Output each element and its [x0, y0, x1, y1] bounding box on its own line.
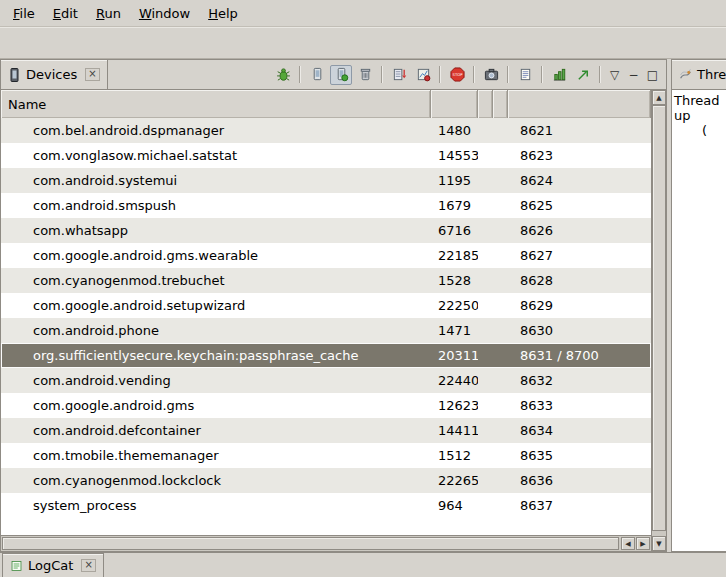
process-pid: 1512 [431, 443, 478, 468]
process-extra2 [493, 443, 508, 468]
process-extra1 [478, 443, 493, 468]
process-pid: 14411 [431, 418, 478, 443]
network-stats-icon[interactable] [548, 65, 570, 85]
process-port: 8629 [508, 293, 651, 318]
process-extra2 [493, 118, 508, 143]
process-extra2 [493, 468, 508, 493]
table-row[interactable]: com.android.defcontainer 14411 8634 [1, 418, 651, 443]
table-row[interactable]: com.android.vending 22440 8632 [1, 368, 651, 393]
table-row[interactable]: org.sufficientlysecure.keychain:passphra… [1, 343, 651, 368]
tab-logcat[interactable]: LogCat × [2, 553, 104, 577]
debug-icon[interactable] [272, 65, 294, 85]
process-extra2 [493, 493, 508, 518]
process-pid: 14553 [431, 143, 478, 168]
table-row[interactable]: com.whatsapp 6716 8626 [1, 218, 651, 243]
table-filler [1, 518, 651, 535]
process-name: com.bel.android.dspmanager [1, 118, 431, 143]
menu-window[interactable]: Window [130, 2, 199, 24]
process-pid: 22440 [431, 368, 478, 393]
process-extra1 [478, 218, 493, 243]
process-extra1 [478, 193, 493, 218]
start-tracing-icon[interactable] [572, 65, 594, 85]
menu-run[interactable]: Run [87, 2, 130, 24]
process-extra1 [478, 318, 493, 343]
vertical-scrollbar[interactable]: ▲ ▼ [651, 90, 666, 551]
process-extra2 [493, 293, 508, 318]
scroll-left-icon[interactable]: ◀ [621, 537, 635, 550]
process-name: com.android.systemui [1, 168, 431, 193]
toolbar-separator [473, 66, 475, 83]
process-extra1 [478, 393, 493, 418]
hscroll-thumb[interactable] [2, 537, 619, 550]
table-row[interactable]: system_process 964 8637 [1, 493, 651, 518]
process-extra1 [478, 493, 493, 518]
table-row[interactable]: com.google.android.gms 12623 8633 [1, 393, 651, 418]
process-name: com.cyanogenmod.lockclock [1, 468, 431, 493]
tab-threads[interactable]: Threads [672, 60, 726, 89]
heap-icon[interactable] [306, 65, 328, 85]
update-heap-icon[interactable] [330, 65, 352, 85]
scroll-right-icon[interactable]: ▶ [636, 537, 650, 550]
horizontal-scrollbar[interactable]: ◀ ▶ [1, 535, 651, 551]
update-threads-icon[interactable] [388, 65, 410, 85]
toolbar-separator [439, 66, 441, 83]
tab-logcat-label: LogCat [28, 558, 73, 573]
method-profiling-icon[interactable] [412, 65, 434, 85]
process-extra2 [493, 318, 508, 343]
table-row[interactable]: com.android.systemui 1195 8624 [1, 168, 651, 193]
table-row[interactable]: com.google.android.setupwizard 22250 862… [1, 293, 651, 318]
table-row[interactable]: com.tmobile.thememanager 1512 8635 [1, 443, 651, 468]
threads-message-line1: Thread up [674, 93, 724, 123]
table-row[interactable]: com.vonglasow.michael.satstat 14553 8623 [1, 143, 651, 168]
column-header-port[interactable] [508, 90, 651, 118]
table-row[interactable]: com.bel.android.dspmanager 1480 8621 [1, 118, 651, 143]
vscroll-thumb[interactable] [652, 105, 666, 531]
process-extra1 [478, 293, 493, 318]
toolbar-separator [507, 66, 509, 83]
process-port: 8625 [508, 193, 651, 218]
column-header-extra2[interactable] [493, 90, 508, 118]
close-icon[interactable]: × [81, 559, 95, 572]
screen-capture-icon[interactable] [480, 65, 502, 85]
table-row[interactable]: com.google.android.gms.wearable 22185 86… [1, 243, 651, 268]
scroll-up-icon[interactable]: ▲ [652, 90, 666, 105]
process-extra2 [493, 393, 508, 418]
capture-system-info-icon[interactable] [514, 65, 536, 85]
table-row[interactable]: com.cyanogenmod.lockclock 22265 8636 [1, 468, 651, 493]
table-row[interactable]: com.android.phone 1471 8630 [1, 318, 651, 343]
menu-file[interactable]: File [4, 2, 44, 24]
table-row[interactable]: com.android.smspush 1679 8625 [1, 193, 651, 218]
vscroll-track[interactable] [652, 105, 666, 536]
menu-help[interactable]: Help [199, 2, 247, 24]
process-extra1 [478, 468, 493, 493]
table-row[interactable]: com.cyanogenmod.trebuchet 1528 8628 [1, 268, 651, 293]
process-extra1 [478, 118, 493, 143]
process-name: com.android.vending [1, 368, 431, 393]
menu-edit[interactable]: Edit [44, 2, 87, 24]
process-extra1 [478, 243, 493, 268]
process-port: 8635 [508, 443, 651, 468]
process-name: com.vonglasow.michael.satstat [1, 143, 431, 168]
stop-icon[interactable]: STOP [446, 65, 468, 85]
process-extra1 [478, 168, 493, 193]
ddms-window: File Edit Run Window Help Devices × [0, 0, 726, 577]
threads-content: Thread up ( [672, 90, 726, 551]
close-icon[interactable]: × [85, 68, 99, 81]
column-header-pid[interactable] [431, 90, 478, 118]
process-extra1 [478, 143, 493, 168]
minimize-icon[interactable]: − [625, 65, 642, 85]
process-port: 8624 [508, 168, 651, 193]
view-menu-icon[interactable]: ▽ [606, 65, 623, 85]
process-port: 8632 [508, 368, 651, 393]
maximize-icon[interactable]: □ [644, 65, 661, 85]
scroll-down-icon[interactable]: ▼ [652, 536, 666, 551]
column-header-name[interactable]: Name [1, 90, 431, 118]
tab-devices[interactable]: Devices × [1, 60, 108, 89]
process-extra2 [493, 368, 508, 393]
tab-threads-label: Threads [697, 67, 726, 82]
devices-panel-header: Devices × [1, 60, 666, 90]
column-header-extra1[interactable] [478, 90, 493, 118]
toolbar-separator [541, 66, 543, 83]
logcat-icon [10, 559, 23, 573]
gc-icon[interactable] [354, 65, 376, 85]
